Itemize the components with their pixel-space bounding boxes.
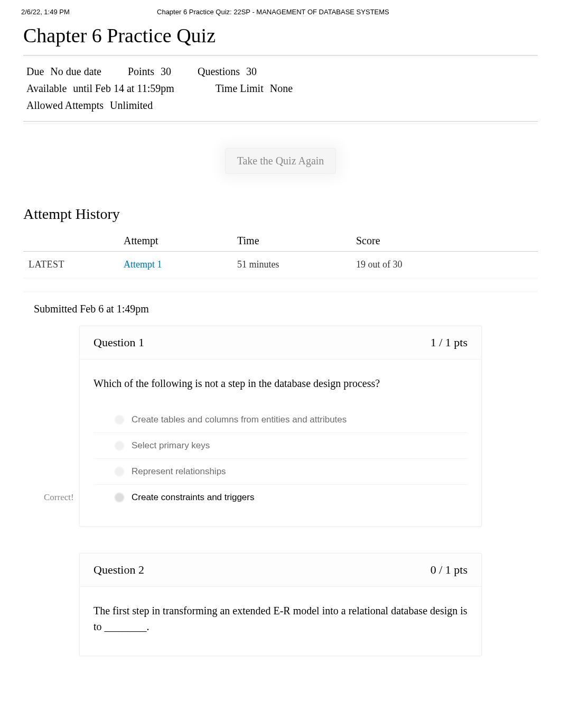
time-limit-value: None: [270, 80, 293, 97]
question-block: Question 2 0 / 1 pts The first step in t…: [79, 553, 482, 656]
answer-option: Correct! Create constraints and triggers: [94, 484, 467, 510]
question-text: Which of the following is not a step in …: [94, 375, 467, 391]
attempt-link[interactable]: Attempt 1: [124, 259, 162, 270]
answer-option: Create tables and columns from entities …: [94, 407, 467, 432]
question-points: 0 / 1 pts: [431, 563, 467, 577]
attempt-history-table: Attempt Time Score LATEST Attempt 1 51 m…: [23, 231, 538, 278]
radio-icon: [115, 467, 124, 476]
questions-label: Questions: [198, 63, 240, 80]
attempt-history-title: Attempt History: [0, 195, 561, 231]
quiz-title: Chapter 6 Practice Quiz: [0, 19, 561, 55]
questions-value: 30: [246, 63, 257, 80]
points-label: Points: [128, 63, 154, 80]
question-number: Question 2: [94, 563, 144, 577]
col-attempt: Attempt: [124, 231, 237, 252]
correct-label: Correct!: [44, 492, 91, 503]
answer-option: Select primary keys: [94, 432, 467, 458]
answer-text: Represent relationships: [132, 466, 226, 477]
print-header: 2/6/22, 1:49 PM Chapter 6 Practice Quiz:…: [0, 0, 561, 19]
print-doc-title: Chapter 6 Practice Quiz: 22SP - MANAGEME…: [70, 8, 476, 16]
answer-text: Create tables and columns from entities …: [132, 414, 347, 425]
radio-icon: [115, 493, 124, 502]
available-label: Available: [26, 80, 67, 97]
points-value: 30: [161, 63, 171, 80]
question-number: Question 1: [94, 336, 144, 349]
answer-text: Select primary keys: [132, 440, 210, 451]
answer-text: Create constraints and triggers: [132, 492, 254, 503]
available-value: until Feb 14 at 11:59pm: [73, 80, 174, 97]
print-timestamp: 2/6/22, 1:49 PM: [21, 8, 70, 16]
quiz-meta: Due No due date Points 30 Questions 30 A…: [23, 55, 538, 122]
question-text: The first step in transforming an extend…: [94, 603, 467, 634]
question-points: 1 / 1 pts: [431, 336, 467, 349]
table-row: LATEST Attempt 1 51 minutes 19 out of 30: [23, 252, 538, 278]
take-quiz-again-button[interactable]: Take the Quiz Again: [225, 148, 336, 174]
radio-icon: [115, 441, 124, 450]
due-value: No due date: [50, 63, 101, 80]
due-label: Due: [26, 63, 44, 80]
allowed-attempts-label: Allowed Attempts: [26, 97, 104, 114]
time-limit-label: Time Limit: [216, 80, 264, 97]
attempt-time: 51 minutes: [237, 252, 356, 278]
col-blank: [23, 231, 124, 252]
radio-icon: [115, 415, 124, 425]
col-time: Time: [237, 231, 356, 252]
answer-option: Represent relationships: [94, 458, 467, 484]
allowed-attempts-value: Unlimited: [110, 97, 153, 114]
col-score: Score: [356, 231, 538, 252]
attempt-score: 19 out of 30: [356, 252, 538, 278]
question-block: Question 1 1 / 1 pts Which of the follow…: [79, 326, 482, 527]
attempt-row-label: LATEST: [23, 252, 124, 278]
submitted-text: Submitted Feb 6 at 1:49pm: [0, 292, 561, 326]
